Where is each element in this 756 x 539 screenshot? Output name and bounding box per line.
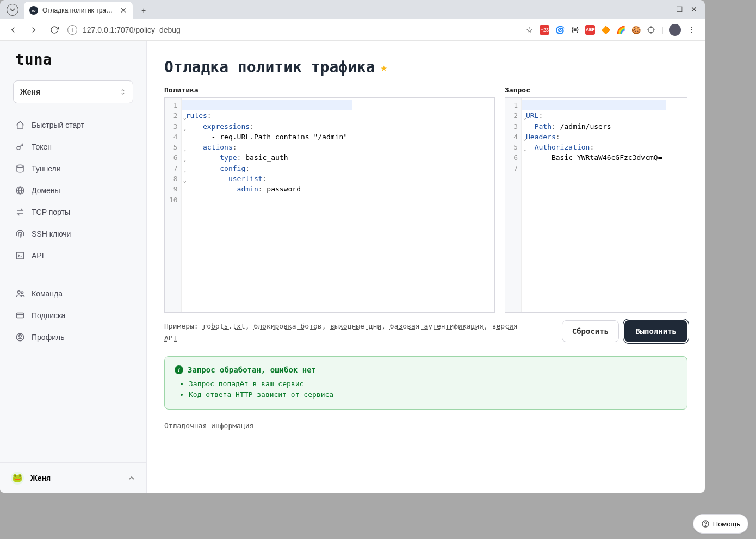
swap-icon: [15, 207, 25, 217]
tunnel-icon: [15, 164, 25, 174]
example-link-basicauth[interactable]: базовая аутентификация: [390, 322, 484, 330]
new-tab-button[interactable]: +: [136, 3, 151, 18]
key-icon: [15, 142, 25, 152]
sidebar-item-label: API: [32, 251, 44, 260]
example-link-bots[interactable]: блокировка ботов: [253, 322, 321, 330]
example-link-weekend[interactable]: выходные дни: [330, 322, 381, 330]
star-icon: ★: [381, 61, 387, 74]
site-info-icon[interactable]: i: [67, 25, 77, 35]
users-icon: [15, 289, 25, 299]
svg-point-6: [21, 292, 23, 294]
sidebar-item-sshkeys[interactable]: SSH ключи: [9, 223, 138, 245]
svg-point-2: [17, 165, 23, 168]
browser-tabstrip: ∞ Отладка политик трафика ✕ + — ☐ ✕: [0, 0, 705, 19]
sidebar-item-billing[interactable]: Подписка: [9, 305, 138, 326]
forward-button[interactable]: [26, 22, 41, 38]
main-content: Отладка политик трафика ★ Политика 1 2⌄ …: [147, 41, 705, 493]
sidebar-item-team[interactable]: Команда: [9, 283, 138, 305]
url-text: 127.0.0.1:7070/policy_debug: [83, 26, 181, 34]
sidebar-item-api[interactable]: API: [9, 245, 138, 267]
browser-tab-active[interactable]: ∞ Отладка политик трафика ✕: [24, 2, 133, 19]
terminal-icon: [15, 251, 25, 261]
sidebar-item-tunnels[interactable]: Туннели: [9, 158, 138, 179]
svg-point-8: [19, 335, 22, 338]
svg-rect-0: [649, 28, 653, 32]
window-minimize-icon[interactable]: —: [661, 5, 668, 14]
nav-primary: Быстрый старт Токен Туннели Домены TCP п…: [0, 111, 146, 270]
user-avatar-icon: 🐸: [11, 472, 24, 485]
card-icon: [15, 311, 25, 320]
svg-rect-4: [16, 252, 24, 259]
reset-button[interactable]: Сбросить: [562, 320, 619, 342]
reload-button[interactable]: [47, 22, 62, 38]
examples-text: Примеры: robots.txt, блокировка ботов, в…: [164, 320, 523, 344]
back-button[interactable]: [5, 22, 21, 38]
ext-icon-2[interactable]: 🌀: [555, 25, 565, 35]
sidebar-item-profile[interactable]: Профиль: [9, 326, 138, 348]
home-icon: [15, 120, 25, 130]
profile-avatar-icon[interactable]: [669, 24, 681, 36]
browser-menu-icon[interactable]: ⋮: [686, 25, 696, 35]
tab-title: Отладка политик трафика: [42, 7, 115, 14]
sidebar-user-menu[interactable]: 🐸 Женя: [0, 462, 146, 493]
window-controls: — ☐ ✕: [661, 5, 705, 19]
chevron-up-icon: [128, 474, 135, 482]
sidebar-item-label: Команда: [32, 289, 63, 298]
tab-search-dropdown[interactable]: [7, 4, 18, 16]
logo: tuna: [0, 51, 146, 75]
request-code[interactable]: ---URL: Path: /admin/users Headers: Auth…: [522, 98, 666, 312]
team-selector-label: Женя: [20, 88, 40, 96]
extensions-icon[interactable]: [646, 25, 656, 35]
svg-point-5: [18, 291, 21, 294]
sidebar-item-label: Быстрый старт: [32, 121, 84, 129]
policy-code[interactable]: ---rules: - expressions: - req.URL.Path …: [182, 98, 352, 312]
team-selector[interactable]: Женя: [13, 80, 133, 103]
policy-editor-label: Политика: [164, 86, 495, 94]
window-maximize-icon[interactable]: ☐: [676, 5, 683, 14]
policy-editor[interactable]: 1 2⌄ 3⌄ 4 5⌄ 6⌄ 7⌄ 8⌄ 9 10 ---rules: - e…: [164, 97, 495, 313]
user-icon: [15, 332, 25, 342]
request-gutter: 1 2⌄ 3 4⌄ 5⌄ 6 7: [505, 98, 522, 312]
sidebar-item-label: Туннели: [32, 164, 61, 173]
request-editor-label: Запрос: [505, 86, 687, 94]
policy-gutter: 1 2⌄ 3⌄ 4 5⌄ 6⌄ 7⌄ 8⌄ 9 10: [165, 98, 182, 312]
ext-icon-6[interactable]: 🌈: [616, 25, 625, 35]
tab-close-icon[interactable]: ✕: [120, 7, 127, 14]
sidebar-item-token[interactable]: Токен: [9, 136, 138, 158]
sidebar-item-label: Профиль: [32, 333, 64, 342]
user-name: Женя: [30, 474, 121, 482]
svg-point-1: [17, 146, 20, 150]
example-link-robots[interactable]: robots.txt: [202, 322, 245, 330]
info-icon: i: [175, 365, 183, 374]
debug-info-label: Отладочная информация: [164, 422, 687, 430]
execute-button[interactable]: Выполнить: [624, 320, 687, 342]
sidebar-item-label: TCP порты: [32, 208, 70, 216]
sidebar-item-quickstart[interactable]: Быстрый старт: [9, 114, 138, 136]
result-heading: i Запрос обработан, ошибок нет: [175, 365, 677, 374]
sidebar-item-domains[interactable]: Домены: [9, 179, 138, 201]
sidebar-item-label: Токен: [32, 143, 52, 151]
sidebar: tuna Женя Быстрый старт Токен Туннели До…: [0, 41, 147, 493]
page-title: Отладка политик трафика ★: [164, 58, 687, 76]
nav-secondary: Команда Подписка Профиль: [0, 280, 146, 351]
result-item: Код ответа HTTP зависит от сервиса: [189, 389, 677, 400]
ext-icon-7[interactable]: 🍪: [631, 25, 641, 35]
chevron-updown-icon: [120, 88, 126, 96]
ext-icon-1[interactable]: +23: [540, 25, 549, 35]
sidebar-item-label: Домены: [32, 186, 60, 195]
fingerprint-icon: [15, 229, 25, 239]
tab-favicon: ∞: [29, 6, 38, 15]
result-item: Запрос попадёт в ваш сервис: [189, 379, 677, 389]
sidebar-item-label: SSH ключи: [32, 230, 71, 238]
address-bar[interactable]: i 127.0.0.1:7070/policy_debug: [67, 22, 519, 38]
result-box: i Запрос обработан, ошибок нет Запрос по…: [164, 356, 687, 410]
sidebar-item-label: Подписка: [32, 311, 65, 320]
ext-icon-abp[interactable]: ABP: [585, 25, 595, 35]
sidebar-item-tcpports[interactable]: TCP порты: [9, 201, 138, 223]
ext-icon-3[interactable]: {≡}: [570, 25, 580, 35]
star-icon[interactable]: ☆: [524, 25, 534, 35]
browser-toolbar: i 127.0.0.1:7070/policy_debug ☆ +23 🌀 {≡…: [0, 19, 705, 41]
request-editor[interactable]: 1 2⌄ 3 4⌄ 5⌄ 6 7 ---URL: Path: /admin/us…: [505, 97, 687, 313]
ext-icon-5[interactable]: 🔶: [600, 25, 610, 35]
window-close-icon[interactable]: ✕: [691, 5, 697, 14]
